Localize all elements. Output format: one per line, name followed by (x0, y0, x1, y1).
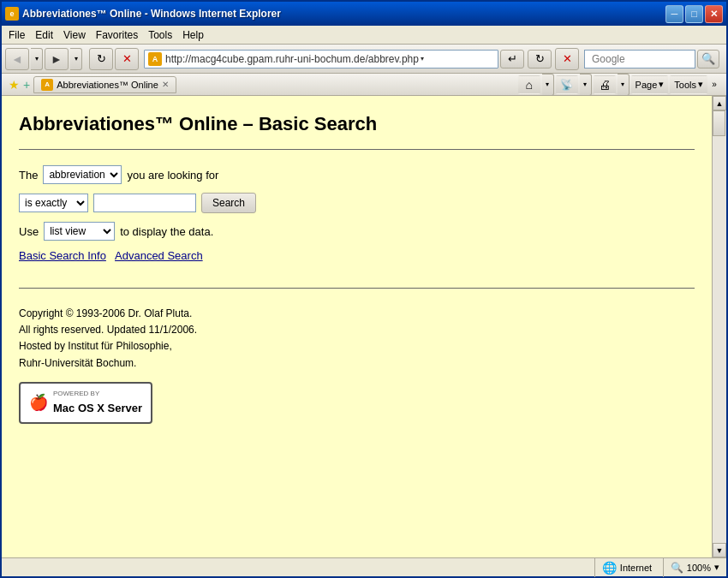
form-row-3: Use list view detail view to display the… (19, 222, 695, 241)
back-button[interactable]: ◄ (5, 48, 29, 70)
divider-bottom (19, 288, 695, 289)
mac-os-badge[interactable]: 🍎 POWERED BY Mac OS X Server (19, 382, 152, 425)
menu-file[interactable]: File (3, 27, 30, 43)
favorites-star[interactable]: ★ (9, 78, 20, 92)
tab-favicon: A (41, 79, 53, 91)
scroll-up-button[interactable]: ▲ (713, 96, 726, 110)
zoom-indicator[interactable]: 🔍 100% ▾ (663, 558, 726, 577)
menu-view[interactable]: View (58, 27, 91, 43)
app-icon: e (5, 7, 19, 21)
minimize-button[interactable]: ─ (665, 5, 683, 23)
page-title: Abbreviationes™ Online – Basic Search (19, 113, 695, 135)
search-form: The abbreviation meaning reference you a… (19, 165, 695, 241)
close-button[interactable]: ✕ (705, 5, 723, 23)
search-text-input[interactable] (93, 194, 196, 212)
print-button[interactable]: 🖨 (594, 75, 616, 94)
form-row-1: The abbreviation meaning reference you a… (19, 165, 695, 184)
menu-help[interactable]: Help (177, 27, 209, 43)
view-type-select[interactable]: list view detail view (44, 222, 115, 241)
forward-dropdown[interactable]: ▾ (70, 48, 82, 70)
match-type-select[interactable]: is exactly starts with contains (19, 194, 88, 212)
status-bar: 🌐 Internet 🔍 100% ▾ (2, 557, 726, 576)
home-button[interactable]: ⌂ (518, 75, 540, 94)
display-suffix-label: to display the data. (120, 225, 213, 238)
title-bar: e Abbreviationes™ Online - Windows Inter… (2, 2, 726, 26)
scrollbar-vertical[interactable]: ▲ ▼ (712, 96, 726, 557)
feeds-button[interactable]: 📡 (556, 75, 578, 94)
tools-dropdown[interactable]: ▾ (698, 79, 703, 90)
search-input[interactable] (588, 50, 691, 69)
go-button[interactable]: ↵ (500, 50, 524, 69)
page-button[interactable]: Page ▾ (631, 75, 669, 94)
zoom-level: 100% (687, 563, 711, 573)
search-button[interactable]: Search (201, 193, 256, 213)
browser-tab[interactable]: A Abbreviationes™ Online ✕ (33, 76, 176, 93)
page-label: Page (636, 80, 658, 90)
footer-line4: Ruhr-Universität Bochum. (19, 355, 695, 372)
apple-icon: 🍎 (29, 390, 48, 415)
forward-button[interactable]: ► (45, 48, 69, 70)
zone-indicator: 🌐 Internet (594, 558, 663, 577)
basic-search-info-link[interactable]: Basic Search Info (19, 249, 106, 262)
advanced-search-link[interactable]: Advanced Search (115, 249, 203, 262)
zoom-dropdown[interactable]: ▾ (714, 562, 719, 573)
menu-favorites[interactable]: Favorites (91, 27, 143, 43)
add-favorites[interactable]: + (23, 78, 30, 92)
menu-bar: File Edit View Favorites Tools Help (2, 26, 726, 45)
print-dropdown[interactable]: ▾ (618, 74, 630, 96)
address-bar[interactable]: A http://macg4cube.gpam.ruhr-uni-bochum.… (144, 50, 498, 69)
tools-button[interactable]: Tools ▾ (670, 75, 707, 94)
you-are-looking-for-label: you are looking for (127, 169, 218, 182)
favicon: A (148, 52, 162, 66)
tab-close[interactable]: ✕ (162, 80, 169, 89)
search-go-button[interactable]: 🔍 (697, 50, 719, 69)
feeds-dropdown[interactable]: ▾ (580, 74, 592, 96)
zone-label: Internet (620, 563, 652, 573)
address-url: http://macg4cube.gpam.ruhr-uni-bochum.de… (165, 53, 419, 65)
links-row: Basic Search Info Advanced Search (19, 249, 695, 262)
refresh-addr-button[interactable]: ↻ (528, 50, 552, 69)
form-row-2: is exactly starts with contains Search (19, 193, 695, 213)
footer-line2: All rights reserved. Updated 11/1/2006. (19, 322, 695, 338)
footer-line3: Hosted by Institut für Philosophie, (19, 338, 695, 355)
divider-top (19, 149, 695, 150)
scroll-down-button[interactable]: ▼ (713, 543, 726, 557)
back-dropdown[interactable]: ▾ (31, 48, 43, 70)
zoom-icon: 🔍 (671, 562, 683, 574)
window-title: Abbreviationes™ Online - Windows Interne… (22, 8, 281, 20)
globe-icon: 🌐 (602, 561, 617, 575)
menu-edit[interactable]: Edit (30, 27, 58, 43)
scroll-thumb[interactable] (713, 110, 725, 136)
footer: Copyright © 1993-2006 Dr. Olaf Pluta. Al… (19, 306, 695, 424)
powered-by-label: POWERED BY (53, 389, 142, 400)
search-type-select[interactable]: abbreviation meaning reference (43, 165, 122, 184)
toolbar: ◄ ▾ ► ▾ ↻ ✕ A http://macg4cube.gpam.ruhr… (2, 45, 726, 74)
footer-line1: Copyright © 1993-2006 Dr. Olaf Pluta. (19, 306, 695, 322)
home-dropdown[interactable]: ▾ (542, 74, 554, 96)
stop-button[interactable]: ✕ (115, 48, 139, 70)
address-dropdown-arrow[interactable]: ▾ (421, 55, 424, 63)
page-dropdown[interactable]: ▾ (659, 79, 664, 90)
tools-label: Tools (674, 80, 696, 90)
links-bar: ★ + A Abbreviationes™ Online ✕ ⌂ ▾ 📡 ▾ 🖨… (2, 74, 726, 96)
maximize-button[interactable]: □ (685, 5, 703, 23)
stop-addr-button[interactable]: ✕ (555, 48, 579, 70)
tab-label: Abbreviationes™ Online (57, 80, 158, 90)
refresh-button[interactable]: ↻ (89, 48, 113, 70)
use-label: Use (19, 225, 39, 238)
scroll-track[interactable] (713, 110, 726, 543)
menu-tools[interactable]: Tools (143, 27, 177, 43)
the-label: The (19, 169, 38, 182)
expand-button[interactable]: » (709, 75, 719, 94)
status-segments: 🌐 Internet 🔍 100% ▾ (594, 558, 726, 577)
page-content: Abbreviationes™ Online – Basic Search Th… (2, 96, 712, 557)
badge-server-name: Mac OS X Server (53, 400, 142, 418)
